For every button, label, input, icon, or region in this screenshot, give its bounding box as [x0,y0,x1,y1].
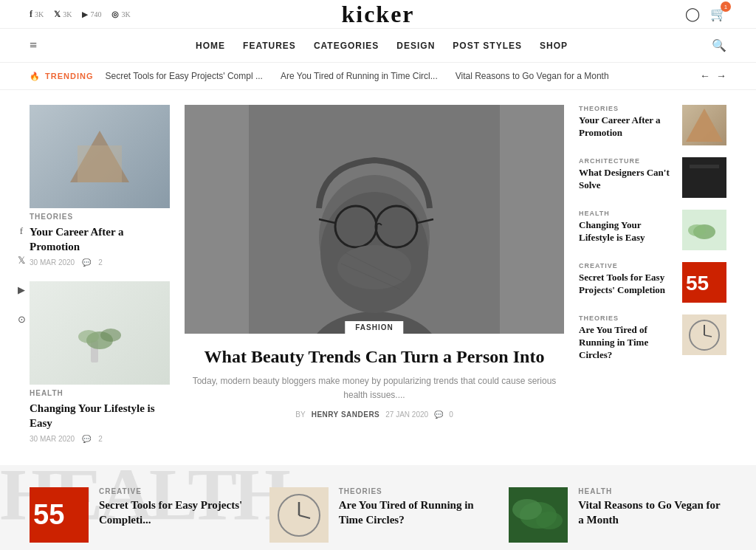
youtube-count: 740 [90,10,101,18]
right-thumb-2 [682,210,726,250]
comment-icon-0: 💬 [82,258,91,267]
right-category-1: ARCHITECTURE [579,157,675,165]
instagram-link[interactable]: ◎ 3K [111,10,130,19]
bottom-card-1: THEORIES Are You Tired of Running in Tim… [269,487,487,543]
svg-marker-19 [686,109,723,142]
bottom-category-1: THEORIES [339,487,487,495]
bottom-info-1: THEORIES Are You Tired of Running in Tim… [339,487,487,527]
search-icon[interactable]: 🔍 [712,38,726,52]
trending-prev[interactable]: ← [700,70,710,82]
youtube-link[interactable]: ▶ 740 [82,10,101,18]
trending-item-2[interactable]: Vital Reasons to Go Vegan for a Month [456,71,609,81]
bottom-card-2: HEALTH Vital Reasons to Go Vegan for a M… [509,487,726,543]
right-info-4: THEORIES Are You Tired of Running in Tim… [579,314,675,362]
bottom-thumb-2 [509,487,568,543]
featured-category-tag: FASHION [345,321,403,334]
twitter-link[interactable]: 𝕏 3K [54,10,72,19]
left-title-0[interactable]: Your Career After a Promotion [30,225,170,254]
right-thumb-0 [682,105,726,145]
facebook-icon: f [30,9,32,20]
bottom-title-1[interactable]: Are You Tired of Running in Time Circles… [339,498,487,527]
nav-post-styles[interactable]: POST STYLES [453,41,522,51]
social-links: f 3K 𝕏 3K ▶ 740 ◎ 3K [30,9,131,20]
hamburger-menu[interactable]: ≡ [30,38,37,53]
bottom-thumb-1 [269,487,329,543]
featured-title[interactable]: What Beauty Trends Can Turn a Person Int… [192,346,557,368]
right-title-3[interactable]: Secret Tools for Easy Projects' Completi… [579,272,675,297]
right-title-1[interactable]: What Designers Can't Solve [579,167,675,192]
bottom-category-0: CREATIVE [99,487,247,495]
bottom-cards: 55 CREATIVE Secret Tools for Easy Projec… [30,487,726,543]
right-title-2[interactable]: Changing Your Lifestyle is Easy [579,219,675,244]
svg-point-5 [100,329,121,342]
featured-image: FASHION [185,105,564,334]
left-column: THEORIES Your Career After a Promotion 3… [30,105,170,443]
featured-comment-icon: 💬 [434,410,443,419]
author-name[interactable]: HENRY SANDERS [312,410,380,419]
instagram-count: 3K [121,10,130,18]
svg-rect-1 [78,145,122,182]
twitter-count: 3K [63,10,72,18]
trending-item-0[interactable]: Secret Tools for Easy Projects' Compl ..… [105,71,262,81]
bottom-thumb-0: 55 [30,487,89,543]
left-meta-0: 30 MAR 2020 💬 2 [30,258,170,267]
left-thumb-0 [30,105,170,208]
nav-categories[interactable]: CATEGORIES [314,41,379,51]
trending-next[interactable]: → [716,70,726,82]
nav-home[interactable]: HOME [196,41,225,51]
svg-text:55: 55 [686,272,709,295]
nav-shop[interactable]: SHOP [540,41,568,51]
sidebar-facebook-icon[interactable]: f [11,221,32,241]
facebook-count: 3K [35,10,44,18]
right-article-4: THEORIES Are You Tired of Running in Tim… [579,314,726,362]
featured-meta: BY HENRY SANDERS 27 JAN 2020 💬 0 [192,410,557,419]
left-date-0: 30 MAR 2020 [30,258,75,267]
trending-label: 🔥 TRENDING [30,72,93,81]
trending-items: Secret Tools for Easy Projects' Compl ..… [105,71,688,81]
bottom-section-wrap: HEALTH 55 CREATIVE Secret Tools for Easy… [0,458,756,550]
left-article-0: THEORIES Your Career After a Promotion 3… [30,105,170,267]
header-actions: ◯ 🛒 1 [685,6,726,22]
bottom-section: HEALTH 55 CREATIVE Secret Tools for Easy… [0,465,756,550]
cart-badge: 1 [721,1,731,12]
left-comments-0: 2 [98,258,103,267]
facebook-link[interactable]: f 3K [30,9,44,20]
featured-text: What Beauty Trends Can Turn a Person Int… [185,334,564,426]
bottom-info-2: HEALTH Vital Reasons to Go Vegan for a M… [578,487,726,527]
right-info-0: THEORIES Your Career After a Promotion [579,105,675,140]
right-title-0[interactable]: Your Career After a Promotion [579,114,675,140]
featured-date: 27 JAN 2020 [385,410,428,419]
bottom-title-0[interactable]: Secret Tools for Easy Projects' Completi… [99,498,247,527]
sidebar-instagram-icon[interactable]: ⊙ [11,309,32,330]
bottom-info-0: CREATIVE Secret Tools for Easy Projects'… [99,487,247,527]
user-icon[interactable]: ◯ [685,6,700,22]
right-article-1: ARCHITECTURE What Designers Can't Solve [579,157,726,198]
left-category-0: THEORIES [30,213,170,221]
cart-icon[interactable]: 🛒 1 [710,6,726,22]
right-thumb-3: 55 [682,262,726,303]
bottom-card-0: 55 CREATIVE Secret Tools for Easy Projec… [30,487,247,543]
svg-point-4 [78,330,99,343]
comment-icon-1: 💬 [82,435,91,443]
sidebar-twitter-icon[interactable]: 𝕏 [11,250,32,271]
right-column: THEORIES Your Career After a Promotion A… [579,105,726,443]
right-category-3: CREATIVE [579,262,675,269]
sidebar-youtube-icon[interactable]: ▶ [11,280,32,300]
featured-comments: 0 [449,410,453,419]
trending-nav: ← → [700,70,726,82]
right-category-0: THEORIES [579,105,675,112]
nav-design[interactable]: DESIGN [396,41,435,51]
fire-icon: 🔥 [30,72,41,81]
right-info-1: ARCHITECTURE What Designers Can't Solve [579,157,675,192]
left-meta-1: 30 MAR 2020 💬 2 [30,435,170,443]
right-title-4[interactable]: Are You Tired of Running in Time Circles… [579,324,675,362]
left-date-1: 30 MAR 2020 [30,435,75,443]
trending-item-1[interactable]: Are You Tired of Running in Time Circl..… [281,71,438,81]
main-content: THEORIES Your Career After a Promotion 3… [0,90,756,458]
nav-features[interactable]: FEATURES [243,41,296,51]
site-logo[interactable]: kicker [341,1,414,28]
bottom-title-2[interactable]: Vital Reasons to Go Vegan for a Month [578,498,726,527]
left-title-1[interactable]: Changing Your Lifestyle is Easy [30,402,170,430]
left-comments-1: 2 [98,435,103,443]
right-info-2: HEALTH Changing Your Lifestyle is Easy [579,210,675,244]
